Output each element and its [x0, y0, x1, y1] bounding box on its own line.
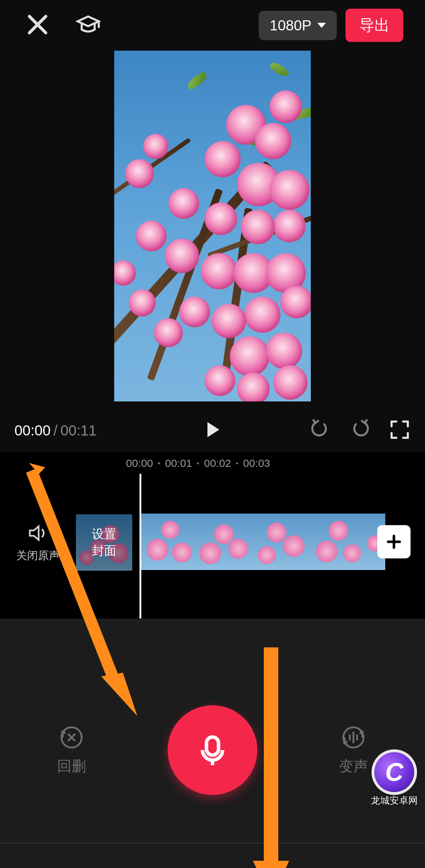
record-panel: 回删 变声 点击或长按进行录制	[0, 618, 425, 868]
watermark-text: 龙城安卓网	[371, 794, 418, 807]
set-cover-button[interactable]: 设置 封面	[76, 514, 132, 571]
confirm-bar: 点击或长按进行录制	[0, 843, 425, 868]
playback-controls: 00:00 / 00:11	[0, 409, 425, 452]
timeline[interactable]: 关闭原声 设置 封面	[0, 474, 425, 618]
ruler-mark: 00:02	[204, 457, 231, 469]
confirm-button[interactable]	[377, 863, 407, 868]
video-clip[interactable]	[139, 514, 385, 570]
svg-rect-1	[206, 737, 218, 755]
resolution-label: 1080P	[270, 17, 312, 34]
graduation-cap-icon[interactable]	[75, 12, 101, 39]
resolution-selector[interactable]: 1080P	[259, 11, 337, 40]
close-icon[interactable]	[25, 12, 50, 38]
time-separator: /	[53, 422, 57, 439]
chevron-down-icon	[317, 23, 326, 28]
mute-original-audio[interactable]: 关闭原声	[0, 522, 76, 563]
add-clip-button[interactable]	[377, 525, 411, 558]
delete-label: 回删	[57, 756, 86, 776]
current-time: 00:00	[14, 422, 51, 439]
timeline-ruler: 00:00 00:01 00:02 00:03	[0, 452, 425, 474]
playhead[interactable]	[139, 474, 141, 618]
record-button[interactable]	[168, 705, 257, 795]
ruler-mark: 00:00	[126, 457, 153, 469]
watermark: 龙城安卓网	[364, 749, 425, 810]
export-button[interactable]: 导出	[345, 9, 403, 42]
play-button[interactable]	[202, 420, 223, 441]
redo-button[interactable]	[349, 419, 371, 442]
ruler-mark: 00:01	[165, 457, 192, 469]
mute-label: 关闭原声	[16, 548, 60, 563]
watermark-logo-icon	[374, 752, 414, 792]
cover-label: 设置 封面	[92, 526, 116, 559]
top-bar: 1080P 导出	[0, 0, 425, 51]
record-delete-button[interactable]: 回删	[25, 724, 119, 776]
ruler-mark: 00:03	[243, 457, 270, 469]
undo-button[interactable]	[309, 419, 331, 442]
duration-time: 00:11	[60, 422, 96, 439]
video-preview-area	[0, 51, 425, 401]
export-label: 导出	[359, 17, 390, 34]
video-frame[interactable]	[114, 51, 311, 401]
fullscreen-button[interactable]	[389, 419, 411, 442]
